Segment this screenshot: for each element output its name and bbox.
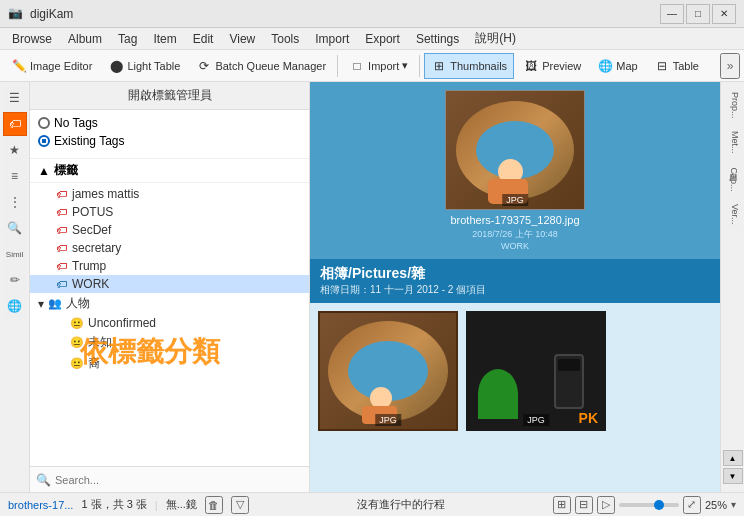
map-button[interactable]: 🌐 Map: [590, 53, 644, 79]
tags-tree-chevron[interactable]: ▲: [38, 164, 50, 178]
menu-help[interactable]: 說明(H): [467, 28, 524, 49]
status-filename[interactable]: brothers-17...: [8, 499, 73, 511]
existing-tags-radio[interactable]: [38, 135, 50, 147]
table-icon: ⊟: [654, 58, 670, 74]
thumbnail-1[interactable]: JPG PK: [466, 311, 606, 431]
minimize-button[interactable]: —: [660, 4, 684, 24]
batch-queue-button[interactable]: ⟳ Batch Queue Manager: [189, 53, 333, 79]
preview-icon: 🖼: [523, 58, 539, 74]
preview-button[interactable]: 🖼 Preview: [516, 53, 588, 79]
search-input[interactable]: [55, 474, 303, 486]
menu-tools[interactable]: Tools: [263, 30, 307, 48]
tag-item-9[interactable]: 😐 裔: [30, 353, 309, 374]
tag-item-7[interactable]: 😐 Unconfirmed: [30, 314, 309, 332]
left-panel-similar-btn[interactable]: Simil: [3, 242, 27, 266]
menu-edit[interactable]: Edit: [185, 30, 222, 48]
tag-icon-6: 👥: [48, 297, 62, 311]
maximize-button[interactable]: □: [686, 4, 710, 24]
image-filename: brothers-179375_1280.jpg: [450, 214, 579, 226]
no-tags-radio[interactable]: [38, 117, 50, 129]
right-sidebar-cap-btn[interactable]: 自 Cap...: [723, 160, 743, 197]
scroll-down-btn[interactable]: ▼: [723, 468, 743, 484]
left-panel-search-btn[interactable]: 🔍: [3, 216, 27, 240]
tags-panel: 開啟標籤管理員 No Tags Existing Tags ▲ 標籤 🏷 jam…: [30, 82, 310, 492]
tag-icon-2: 🏷: [54, 223, 68, 237]
menu-browse[interactable]: Browse: [4, 30, 60, 48]
tag-item-8[interactable]: 😐 未知: [30, 332, 309, 353]
image-editor-button[interactable]: ✏️ Image Editor: [4, 53, 99, 79]
tag-item-3[interactable]: 🏷 secretary: [30, 239, 309, 257]
light-table-button[interactable]: ⬤ Light Table: [101, 53, 187, 79]
tag-icon-0: 🏷: [54, 187, 68, 201]
status-icon-btn-1[interactable]: ⊞: [553, 496, 571, 514]
import-dropdown-icon[interactable]: ▾: [402, 59, 408, 72]
tags-search: 🔍: [30, 466, 309, 492]
thumbnail-0[interactable]: JPG: [318, 311, 458, 431]
status-icon-btn-2[interactable]: ⊟: [575, 496, 593, 514]
tag-item-2[interactable]: 🏷 SecDef: [30, 221, 309, 239]
left-panel-btn-1[interactable]: ☰: [3, 86, 27, 110]
th1-screen: [558, 359, 580, 371]
left-panel-edit-btn[interactable]: ✏: [3, 268, 27, 292]
existing-tags-filter-row: Existing Tags: [38, 134, 301, 148]
tag-label-4: Trump: [72, 259, 106, 273]
toolbar-more-button[interactable]: »: [720, 53, 740, 79]
table-button[interactable]: ⊟ Table: [647, 53, 706, 79]
right-sidebar-prop-btn[interactable]: Prop...: [723, 87, 743, 124]
tag-item-1[interactable]: 🏷 POTUS: [30, 203, 309, 221]
thumbnail-1-badge: JPG: [523, 414, 549, 426]
import-button[interactable]: □ Import ▾: [342, 53, 415, 79]
tags-filter: No Tags Existing Tags: [30, 110, 309, 159]
right-sidebar: Prop... Met... 自 Cap... Ver... ▲ ▼: [720, 82, 744, 492]
thumbnails-grid[interactable]: JPG JPG PK: [310, 303, 720, 492]
menu-item[interactable]: Item: [145, 30, 184, 48]
menu-import[interactable]: Import: [307, 30, 357, 48]
status-icon-btn-3[interactable]: ▷: [597, 496, 615, 514]
tag-label-3: secretary: [72, 241, 121, 255]
tags-tree-header-label: 標籤: [54, 162, 78, 179]
title-bar: 📷 digiKam — □ ✕: [0, 0, 744, 28]
menu-settings[interactable]: Settings: [408, 30, 467, 48]
close-button[interactable]: ✕: [712, 4, 736, 24]
menu-export[interactable]: Export: [357, 30, 408, 48]
status-filter-btn[interactable]: ▽: [231, 496, 249, 514]
zoom-fullscreen-btn[interactable]: ⤢: [683, 496, 701, 514]
expand-icon-6[interactable]: ▾: [38, 297, 44, 311]
image-editor-icon: ✏️: [11, 58, 27, 74]
scroll-up-btn[interactable]: ▲: [723, 450, 743, 466]
thumbnails-button[interactable]: ⊞ Thumbnails: [424, 53, 514, 79]
status-delete-btn[interactable]: 🗑: [205, 496, 223, 514]
zoom-slider[interactable]: [619, 503, 679, 507]
right-sidebar-ver-btn[interactable]: Ver...: [723, 199, 743, 230]
no-tags-filter-row: No Tags: [38, 116, 301, 130]
tag-label-6: 人物: [66, 295, 90, 312]
menu-album[interactable]: Album: [60, 30, 110, 48]
main-image-badge: JPG: [502, 194, 528, 206]
left-panel-star-btn[interactable]: ★: [3, 138, 27, 162]
window-controls: — □ ✕: [660, 4, 736, 24]
menu-bar: Browse Album Tag Item Edit View Tools Im…: [0, 28, 744, 50]
toolbar-right: »: [720, 53, 740, 79]
menu-view[interactable]: View: [221, 30, 263, 48]
toolbar-separator-1: [337, 55, 338, 77]
right-sidebar-met-btn[interactable]: Met...: [723, 126, 743, 159]
left-panel-globe-btn[interactable]: 🌐: [3, 294, 27, 318]
image-editor-label: Image Editor: [30, 60, 92, 72]
tag-item-4[interactable]: 🏷 Trump: [30, 257, 309, 275]
tag-item-6[interactable]: ▾ 👥 人物: [30, 293, 309, 314]
tags-tree[interactable]: 🏷 james mattis 🏷 POTUS 🏷 SecDef 🏷 secret…: [30, 183, 309, 466]
zoom-dropdown[interactable]: ▾: [731, 499, 736, 510]
batch-queue-label: Batch Queue Manager: [215, 60, 326, 72]
image-tag: WORK: [501, 241, 529, 251]
status-progress: 沒有進行中的行程: [257, 497, 545, 512]
tags-panel-header: 開啟標籤管理員: [30, 82, 309, 110]
left-panel-dots-btn[interactable]: ⋮: [3, 190, 27, 214]
main-image-wrapper[interactable]: JPG brothers-179375_1280.jpg 2018/7/26 上…: [318, 90, 712, 251]
tag-item-5[interactable]: 🏷 WORK: [30, 275, 309, 293]
main-image[interactable]: JPG: [445, 90, 585, 210]
tag-item-0[interactable]: 🏷 james mattis: [30, 185, 309, 203]
menu-tag[interactable]: Tag: [110, 30, 145, 48]
main-layout: ☰ 🏷 ★ ≡ ⋮ 🔍 Simil ✏ 🌐 開啟標籤管理員 No Tags Ex…: [0, 82, 744, 492]
left-panel-list-btn[interactable]: ≡: [3, 164, 27, 188]
left-panel-tags-btn[interactable]: 🏷: [3, 112, 27, 136]
